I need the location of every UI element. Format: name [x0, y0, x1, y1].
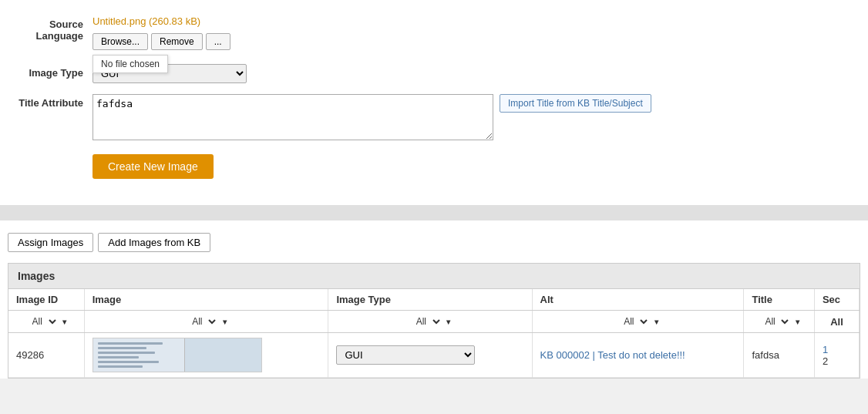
chevron-down-icon-4: ▾ — [654, 318, 658, 326]
cell-image-thumbnail — [84, 333, 328, 378]
col-alt: Alt — [532, 289, 744, 311]
cell-image-id: 49286 — [8, 333, 84, 378]
import-title-button[interactable]: Import Title from KB Title/Subject — [500, 94, 651, 113]
alt-link[interactable]: KB 000002 | Test do not delete!!! — [540, 349, 685, 361]
images-section-header: Images — [8, 264, 860, 289]
filter-image-id[interactable]: All — [26, 314, 59, 329]
no-file-chosen-tooltip: No file chosen — [93, 55, 168, 73]
sec-1-link[interactable]: 1 — [823, 344, 828, 355]
col-image: Image — [84, 289, 328, 311]
chevron-down-icon: ▾ — [62, 318, 66, 326]
filter-image[interactable]: All — [186, 314, 218, 329]
filter-sec-all: All — [830, 316, 843, 328]
cell-alt: KB 000002 | Test do not delete!!! — [532, 333, 744, 378]
sec-2-value: 2 — [823, 355, 828, 367]
title-attribute-input[interactable]: fafdsa — [93, 94, 493, 140]
cell-sec: 1 2 — [814, 333, 859, 378]
add-images-from-kb-button[interactable]: Add Images from KB — [98, 233, 210, 252]
col-image-type: Image Type — [328, 289, 532, 311]
image-type-cell-select[interactable]: GUI Screenshot Diagram — [336, 345, 475, 365]
source-language-label: Source Language — [8, 15, 93, 42]
chevron-down-icon-3: ▾ — [446, 318, 450, 326]
assign-images-button[interactable]: Assign Images — [8, 233, 93, 252]
remove-button[interactable]: Remove — [151, 33, 203, 50]
cell-title: fafdsa — [744, 333, 815, 378]
title-attribute-label: Title Attribute — [8, 94, 93, 109]
image-type-label: Image Type — [8, 64, 93, 79]
chevron-down-icon-2: ▾ — [223, 318, 227, 326]
col-title: Title — [744, 289, 815, 311]
chevron-down-icon-5: ▾ — [796, 318, 799, 326]
filter-title[interactable]: All — [759, 314, 791, 329]
ellipsis-button[interactable]: ... — [206, 33, 230, 50]
table-row: 49286 — [8, 333, 860, 378]
file-info: Untitled.png (260.83 kB) — [93, 15, 860, 27]
col-sec: Sec — [814, 289, 859, 311]
filter-alt[interactable]: All — [617, 314, 650, 329]
browse-button[interactable]: Browse... — [93, 33, 148, 50]
cell-image-type[interactable]: GUI Screenshot Diagram — [328, 333, 532, 378]
filter-image-type[interactable]: All — [410, 314, 442, 329]
col-image-id: Image ID — [8, 289, 84, 311]
create-new-image-button[interactable]: Create New Image — [93, 154, 214, 179]
